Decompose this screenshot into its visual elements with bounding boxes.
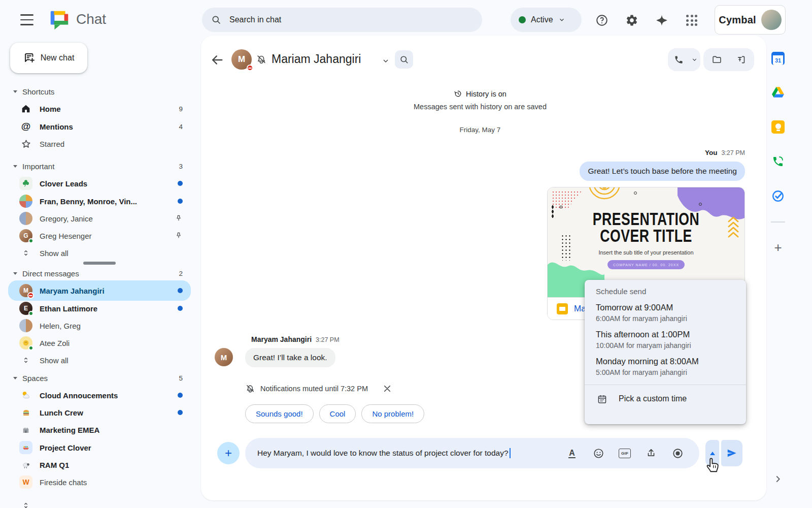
sidebar-item-ethan-lattimore[interactable]: E Ethan Lattimore — [8, 300, 191, 317]
incoming-message-bubble[interactable]: Great! I’ll take a look. — [245, 348, 335, 367]
smart-reply-chip[interactable]: Sounds good! — [245, 404, 314, 423]
smart-reply-chip[interactable]: Cool — [319, 404, 356, 423]
search-in-conversation-button[interactable] — [395, 50, 413, 69]
chat-logo-icon — [48, 8, 71, 31]
expand-updown-icon — [19, 354, 32, 367]
collapse-icon[interactable] — [13, 272, 17, 275]
home-icon — [19, 102, 32, 115]
compose-add-button[interactable]: + — [217, 442, 240, 464]
collapse-icon[interactable] — [13, 90, 17, 93]
section-header-important[interactable]: Important 3 — [8, 157, 191, 175]
section-header-shortcuts[interactable]: Shortcuts — [8, 83, 191, 100]
format-button[interactable]: A — [565, 447, 579, 460]
sidebar-item-starred[interactable]: Starred — [8, 135, 191, 152]
sidebar-item-helen-greg[interactable]: Helen, Greg — [8, 317, 191, 334]
ram-icon — [19, 458, 32, 471]
chevron-down-icon[interactable] — [382, 57, 390, 65]
smart-reply-chip[interactable]: No problem! — [361, 404, 424, 423]
sidebar-item-clover-leads[interactable]: Clover Leads — [8, 175, 191, 192]
castle-icon — [19, 423, 32, 436]
conversation-avatar[interactable]: M — [231, 49, 252, 70]
sidebar-item-home[interactable]: Home 9 — [8, 100, 191, 117]
help-icon — [595, 14, 608, 27]
record-video-button[interactable] — [671, 447, 684, 460]
dismiss-muted-notice-button[interactable] — [380, 382, 394, 396]
sidebar-item-atee-zoli[interactable]: Atee Zoli — [8, 334, 191, 352]
settings-button[interactable] — [624, 12, 640, 28]
upload-button[interactable] — [645, 447, 658, 460]
sidebar-item-fran-group[interactable]: Fran, Benny, Monroe, Vin... — [8, 193, 191, 210]
tasks-app-button[interactable] — [771, 189, 785, 203]
pick-custom-time-option[interactable]: Pick a custom time — [597, 385, 746, 412]
account-switcher[interactable]: Cymbal — [715, 5, 786, 35]
user-avatar[interactable] — [761, 10, 782, 30]
keep-app-button[interactable] — [771, 120, 785, 134]
add-apps-button[interactable]: + — [771, 240, 785, 255]
search-input[interactable]: Search in chat — [202, 8, 482, 32]
voice-call-button[interactable] — [771, 154, 785, 169]
main-menu-icon[interactable] — [18, 13, 36, 26]
gif-icon: GIF — [619, 449, 631, 458]
sidebar-item-marketing-emea[interactable]: Marketing EMEA — [8, 421, 191, 438]
message-input[interactable]: Hey Maryam, I would love to know the sta… — [245, 438, 699, 468]
section-header-spaces[interactable]: Spaces 5 — [8, 369, 191, 387]
text-caret — [510, 448, 511, 458]
muted-bell-icon — [245, 384, 255, 394]
collapse-icon[interactable] — [13, 377, 17, 379]
emoji-button[interactable] — [592, 447, 605, 460]
dnd-badge — [247, 65, 253, 71]
conversation-title[interactable]: Mariam Jahangiri — [272, 52, 361, 66]
call-button[interactable] — [668, 48, 689, 71]
files-button[interactable] — [707, 48, 727, 71]
muted-notice-text: Notifications muted until 7:32 PM — [260, 385, 368, 393]
help-button[interactable] — [594, 12, 610, 28]
sidebar-item-project-clover[interactable]: Project Clover — [8, 439, 191, 456]
incoming-message-meta: Maryam Jahangiri 3:27 PM — [251, 335, 340, 343]
sidebar-item-fireside-chats[interactable]: W Fireside chats — [8, 473, 191, 491]
active-status-dot — [519, 16, 526, 23]
send-button[interactable] — [721, 440, 742, 466]
call-options-button[interactable] — [690, 48, 700, 71]
schedule-option-monday[interactable]: Monday morning at 8:00AM 5:00AM for mary… — [596, 357, 746, 376]
dnd-badge — [27, 292, 34, 299]
outgoing-message-bubble[interactable]: Great! Let’s touch base before the meeti… — [580, 162, 745, 181]
schedule-send-toggle[interactable] — [705, 440, 719, 466]
status-selector[interactable]: Active — [511, 8, 582, 32]
schedule-option-tomorrow[interactable]: Tomorrow at 9:00AM 6:00AM for maryam jah… — [596, 303, 746, 323]
chevron-down-icon — [558, 16, 565, 23]
calendar-app-button[interactable]: 31 — [771, 51, 785, 66]
sidebar-item-greg-hesenger[interactable]: G Greg Hesenger — [8, 227, 191, 244]
history-notice-title: History is on — [201, 89, 759, 100]
format-icon: A — [568, 449, 576, 458]
sidebar-item-maryam-jahangiri[interactable]: M Maryam Jahangiri — [8, 280, 191, 301]
folder-icon — [712, 54, 722, 65]
sidebar-item-ram-q1[interactable]: RAM Q1 — [8, 456, 191, 473]
show-all-important[interactable]: Show all — [8, 244, 191, 262]
calendar-icon — [597, 394, 607, 404]
sidebar-item-cloud-annoucements[interactable]: Cloud Annoucements — [8, 387, 191, 404]
sender-name: You — [705, 149, 718, 156]
gemini-button[interactable] — [654, 12, 670, 28]
apps-grid-button[interactable] — [684, 12, 700, 28]
unread-dot — [178, 288, 183, 293]
expand-updown-icon — [19, 246, 32, 260]
pinned-panel-button[interactable] — [730, 48, 751, 71]
drive-app-button[interactable] — [771, 85, 785, 100]
gif-button[interactable]: GIF — [618, 447, 631, 460]
avatar: M — [19, 284, 32, 297]
avatar — [19, 336, 32, 350]
decor-circle — [699, 203, 702, 206]
section-header-direct-messages[interactable]: Direct messages 2 — [8, 265, 191, 282]
show-all-direct-messages[interactable]: Show all — [8, 352, 191, 369]
collapse-rail-button[interactable] — [772, 473, 785, 486]
sidebar-item-gregory-janice[interactable]: Gregory, Janice — [8, 210, 191, 227]
collapse-icon[interactable] — [13, 165, 17, 168]
back-button[interactable] — [210, 53, 224, 67]
new-chat-button[interactable]: New chat — [10, 43, 87, 73]
unread-dot — [178, 306, 183, 311]
search-icon — [211, 15, 221, 25]
show-all-spaces[interactable] — [8, 497, 191, 508]
schedule-option-afternoon[interactable]: This afternoon at 1:00PM 10:00AM for mar… — [596, 330, 746, 350]
sidebar-item-lunch-crew[interactable]: Lunch Crew — [8, 404, 191, 421]
sidebar-item-mentions[interactable]: @ Mentions 4 — [8, 118, 191, 135]
